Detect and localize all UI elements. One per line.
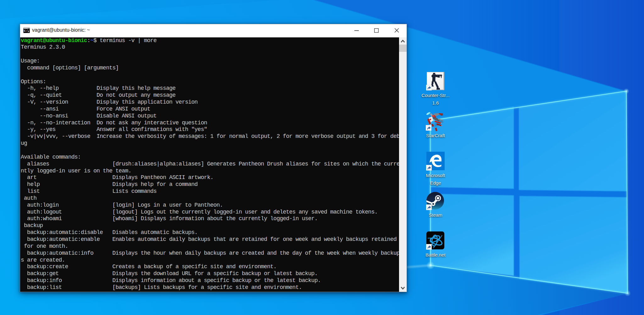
svg-text:C:\: C:\	[24, 30, 29, 33]
